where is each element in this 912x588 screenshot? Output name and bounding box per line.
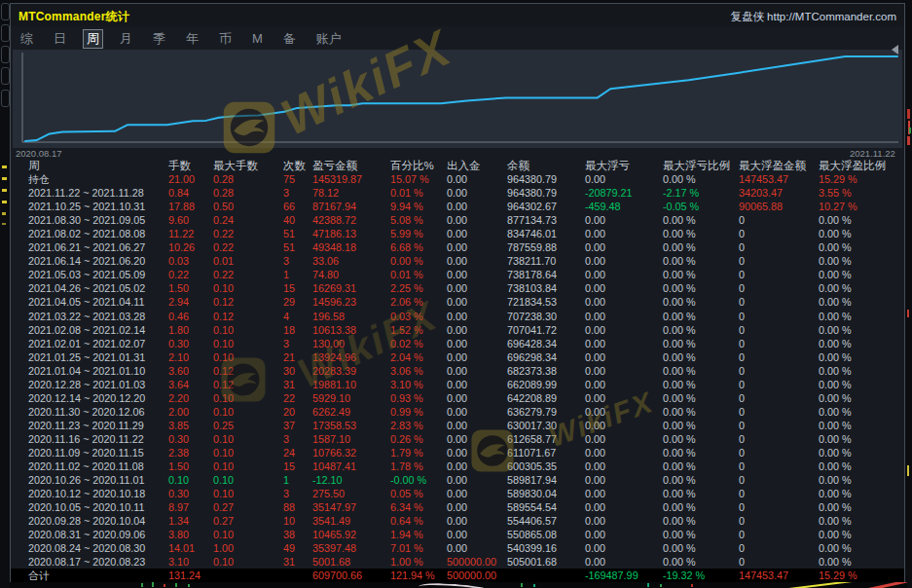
table-cell: 0.00	[447, 378, 467, 391]
background-curve	[419, 582, 492, 588]
table-cell: 21	[283, 350, 295, 364]
table-cell: 最大浮盈比例	[819, 159, 886, 172]
table-cell: 611071.67	[507, 446, 556, 459]
table-row: 2020.11.23 ~ 2020.11.293.850.253717358.5…	[11, 419, 904, 432]
table-cell: 0.10	[213, 528, 234, 541]
table-cell: 0.00	[447, 323, 467, 337]
table-cell: 0.64 %	[390, 514, 423, 528]
table-cell: 0.00	[585, 432, 605, 446]
menu-tab-8[interactable]: M	[248, 30, 267, 47]
menu-tab-9[interactable]: 备	[279, 29, 300, 49]
scroll-left-arrow-icon[interactable]	[892, 45, 898, 55]
table-cell: 0.00	[447, 473, 467, 487]
table-cell: 2020.08.31 ~ 2020.09.06	[28, 528, 145, 541]
table-cell: 0.00	[585, 350, 605, 364]
table-cell: 0.00	[447, 528, 467, 541]
table-cell: 0.00	[447, 295, 467, 309]
table-row: 2020.10.12 ~ 2020.10.180.300.103275.500.…	[11, 487, 904, 500]
table-cell: 707238.30	[507, 310, 557, 323]
background-text-fragment	[2, 201, 7, 203]
table-cell: 0	[739, 323, 745, 337]
table-cell: 9.60	[168, 213, 189, 227]
table-cell: 2020.08.24 ~ 2020.08.30	[28, 541, 145, 555]
table-cell: 周	[28, 159, 40, 172]
table-cell: 0.00 %	[819, 378, 852, 391]
title-bar[interactable]: MTCommander统计 复盘侠 http://MTCommander.com	[11, 4, 904, 26]
background-candle	[533, 584, 535, 587]
table-cell: 0.00	[585, 323, 605, 337]
menu-tab-7[interactable]: 币	[215, 29, 236, 49]
menu-tab-2[interactable]: 日	[50, 29, 70, 49]
table-cell: 2.38	[168, 446, 189, 459]
table-cell: 2020.10.05 ~ 2020.10.11	[28, 500, 145, 514]
table-cell: 0.00	[585, 405, 605, 419]
table-cell: 0.10	[213, 350, 234, 364]
menu-tab-3[interactable]: 周	[83, 29, 103, 49]
table-cell: 0.00	[447, 240, 467, 254]
table-cell: 275.50	[312, 487, 345, 500]
table-cell: 29	[283, 295, 295, 309]
table-cell: 0.10	[213, 487, 234, 500]
table-cell: 0.00 %	[663, 541, 696, 555]
table-cell: 0.00 %	[819, 528, 852, 541]
table-cell: 0.00	[585, 514, 605, 528]
table-cell: 0.00 %	[819, 268, 852, 281]
table-cell: 2021.01.25 ~ 2021.01.31	[28, 350, 145, 364]
table-cell: 0.00 %	[663, 487, 696, 500]
table-cell: 0	[739, 337, 745, 350]
table-cell: 0.00	[585, 172, 605, 186]
table-row: 2021.08.02 ~ 2021.08.0811.220.225147186.…	[11, 227, 904, 240]
menu-tab-10[interactable]: 账户	[312, 29, 346, 49]
table-cell: 1.79 %	[390, 446, 423, 459]
table-cell: 最大手数	[213, 159, 258, 172]
table-cell: 0.02 %	[390, 337, 423, 350]
table-cell: 0.25	[213, 419, 234, 432]
table-cell: 21.00	[168, 172, 195, 186]
background-text-fragment	[2, 212, 6, 215]
table-cell: 35147.97	[312, 500, 356, 514]
table-header-row: 周手数最大手数次数盈亏金额百分比%出入金余额最大浮亏最大浮亏比例最大浮盈金额最大…	[11, 159, 904, 172]
table-cell: 1.78 %	[390, 459, 423, 473]
menu-tab-5[interactable]: 季	[149, 29, 169, 49]
background-text-fragment	[2, 165, 7, 168]
table-cell: 2020.11.09 ~ 2020.11.15	[28, 446, 144, 459]
table-cell: 17358.53	[312, 419, 356, 432]
table-cell: 0.03 %	[390, 310, 423, 323]
table-cell: 1.50	[168, 281, 189, 295]
table-cell: 0.00 %	[819, 541, 852, 555]
table-cell: 0.00	[585, 295, 605, 309]
vendor-link[interactable]: 复盘侠 http://MTCommander.com	[730, 10, 896, 24]
table-cell: 51	[283, 227, 295, 240]
menu-tab-6[interactable]: 年	[182, 29, 202, 49]
background-candle	[909, 128, 911, 133]
table-cell: 738178.64	[507, 268, 557, 281]
table-cell: -20879.21	[585, 186, 633, 200]
table-cell: 1.52 %	[390, 323, 423, 337]
table-cell: 3	[283, 487, 289, 500]
table-cell: 2.04 %	[390, 350, 423, 364]
chart-end-date-label: 2021.11.22	[850, 148, 895, 159]
background-text-fragment	[2, 189, 7, 192]
table-cell: 0	[739, 268, 745, 281]
table-row: 2020.10.05 ~ 2020.10.118.970.278835147.9…	[11, 500, 904, 514]
table-cell: 0.10	[213, 432, 234, 446]
table-cell: 0.00	[585, 487, 605, 500]
table-cell: 3.64	[168, 378, 189, 391]
table-row: 2020.10.26 ~ 2020.11.010.100.101-12.10-0…	[11, 473, 904, 487]
table-cell: 0	[739, 419, 745, 432]
table-cell: 2021.03.22 ~ 2021.03.28	[28, 310, 145, 323]
table-cell: 35397.48	[312, 541, 356, 555]
table-cell: 834746.01	[507, 227, 557, 240]
table-cell: 6.68 %	[390, 240, 423, 254]
menu-tab-1[interactable]: 综	[17, 29, 37, 49]
table-cell: 0.00 %	[663, 281, 696, 295]
table-cell: 2021.04.05 ~ 2021.04.11	[28, 295, 145, 309]
table-cell: 2021.06.21 ~ 2021.06.27	[28, 240, 145, 254]
table-cell: 0	[739, 405, 745, 419]
table-cell: 196.58	[312, 310, 345, 323]
menu-tab-4[interactable]: 月	[116, 29, 136, 49]
background-toolbar-button	[1, 90, 10, 107]
screen: MTCommander统计 复盘侠 http://MTCommander.com…	[0, 0, 912, 588]
table-row: 2021.06.21 ~ 2021.06.2710.260.225149348.…	[11, 240, 904, 254]
table-cell: 14.01	[168, 541, 195, 555]
